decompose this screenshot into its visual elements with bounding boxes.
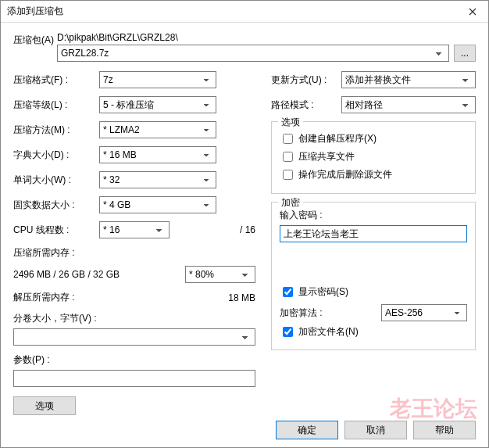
help-button[interactable]: 帮助 xyxy=(413,421,476,439)
showpwd-checkbox-row[interactable]: 显示密码(S) xyxy=(280,285,467,299)
close-icon xyxy=(469,8,477,16)
left-column: 压缩格式(F) : 7z 压缩等级(L) : 5 - 标准压缩 压缩方法(M) … xyxy=(13,71,255,415)
archive-filename-combo[interactable]: GRZL28.7z xyxy=(57,45,449,62)
level-select[interactable]: 5 - 标准压缩 xyxy=(99,96,216,113)
pathmode-label: 路径模式 : xyxy=(271,99,341,112)
delete-label: 操作完成后删除源文件 xyxy=(298,168,392,181)
showpwd-label: 显示密码(S) xyxy=(298,285,348,299)
encnames-label: 加密文件名(N) xyxy=(298,325,359,339)
options-legend: 选项 xyxy=(278,116,303,129)
update-label: 更新方式(U) : xyxy=(271,73,341,87)
format-select[interactable]: 7z xyxy=(99,71,216,88)
decompress-mem-label: 解压所需内存 : xyxy=(13,291,75,304)
enc-method-label: 加密算法 : xyxy=(280,306,323,320)
pathmode-select[interactable]: 相对路径 xyxy=(341,96,476,113)
solid-label: 固实数据大小 : xyxy=(13,199,99,212)
delete-checkbox[interactable] xyxy=(283,170,293,180)
split-label: 分卷大小，字节(V) : xyxy=(13,312,255,325)
encrypt-legend: 加密 xyxy=(278,196,303,210)
params-label: 参数(P) : xyxy=(13,353,255,367)
footer-buttons: 确定 取消 帮助 xyxy=(276,421,476,439)
params-input[interactable] xyxy=(13,370,255,387)
method-label: 压缩方法(M) : xyxy=(13,124,99,137)
encnames-checkbox[interactable] xyxy=(283,327,293,337)
archive-path: D:\pikpak\Bit\GRZL\GRZL28\ xyxy=(57,32,476,43)
share-checkbox[interactable] xyxy=(283,152,293,162)
word-label: 单词大小(W) : xyxy=(13,174,99,187)
ok-button[interactable]: 确定 xyxy=(276,421,338,439)
cpu-label: CPU 线程数 : xyxy=(13,224,99,237)
split-combo[interactable] xyxy=(13,328,255,346)
encnames-checkbox-row[interactable]: 加密文件名(N) xyxy=(280,324,467,339)
archive-row: 压缩包(A) D:\pikpak\Bit\GRZL\GRZL28\ GRZL28… xyxy=(13,32,476,62)
dialog-window: 添加到压缩包 压缩包(A) D:\pikpak\Bit\GRZL\GRZL28\… xyxy=(0,0,489,448)
right-column: 更新方式(U) : 添加并替换文件 路径模式 : 相对路径 选项 创建自解压程序… xyxy=(271,71,476,415)
options-button[interactable]: 选项 xyxy=(13,396,76,415)
window-title: 添加到压缩包 xyxy=(7,5,63,18)
sfx-checkbox[interactable] xyxy=(283,134,293,144)
dict-label: 字典大小(D) : xyxy=(13,149,99,162)
solid-select[interactable]: * 4 GB xyxy=(99,196,216,213)
cancel-button[interactable]: 取消 xyxy=(344,421,407,439)
cpu-select[interactable]: * 16 xyxy=(99,221,170,238)
dialog-content: 压缩包(A) D:\pikpak\Bit\GRZL\GRZL28\ GRZL28… xyxy=(1,23,488,421)
titlebar: 添加到压缩包 xyxy=(1,1,488,23)
format-label: 压缩格式(F) : xyxy=(13,73,99,87)
archive-label: 压缩包(A) xyxy=(13,32,57,47)
enc-method-select[interactable]: AES-256 xyxy=(381,304,467,321)
update-select[interactable]: 添加并替换文件 xyxy=(341,71,476,88)
password-label: 输入密码 : xyxy=(280,209,467,222)
encrypt-fieldset: 加密 输入密码 : 显示密码(S) 加密算法 : AES-256 加密文件 xyxy=(271,202,476,350)
cpu-total: / 16 xyxy=(240,224,255,235)
password-input[interactable] xyxy=(280,225,467,242)
level-label: 压缩等级(L) : xyxy=(13,99,99,112)
word-select[interactable]: * 32 xyxy=(99,171,216,188)
compress-mem-value: 2496 MB / 26 GB / 32 GB xyxy=(13,269,120,280)
dict-select[interactable]: * 16 MB xyxy=(99,146,216,163)
share-checkbox-row[interactable]: 压缩共享文件 xyxy=(280,149,467,164)
mem-percent-select[interactable]: * 80% xyxy=(185,266,255,283)
sfx-checkbox-row[interactable]: 创建自解压程序(X) xyxy=(280,131,467,146)
decompress-mem-value: 18 MB xyxy=(228,292,255,303)
browse-button[interactable]: ... xyxy=(454,45,476,62)
method-select[interactable]: * LZMA2 xyxy=(99,121,216,138)
compress-mem-label: 压缩所需内存 : xyxy=(13,246,255,260)
showpwd-checkbox[interactable] xyxy=(283,287,293,297)
delete-checkbox-row[interactable]: 操作完成后删除源文件 xyxy=(280,167,467,182)
options-fieldset: 选项 创建自解压程序(X) 压缩共享文件 操作完成后删除源文件 xyxy=(271,121,476,194)
share-label: 压缩共享文件 xyxy=(298,150,355,163)
close-button[interactable] xyxy=(457,1,488,23)
sfx-label: 创建自解压程序(X) xyxy=(298,132,377,145)
